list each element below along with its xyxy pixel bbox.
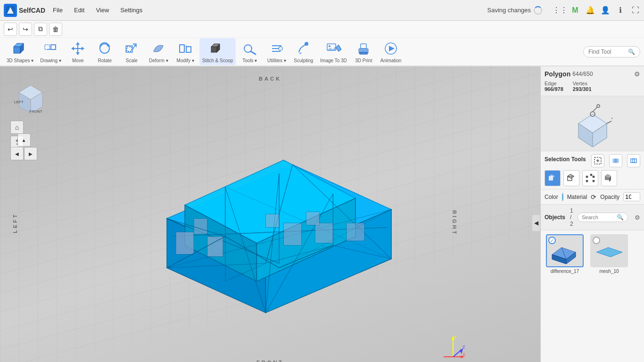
object-check-mesh-10[interactable] xyxy=(593,237,600,244)
opacity-label: Opacity xyxy=(600,194,619,200)
drawing-icon xyxy=(42,40,59,57)
toolbar: 3D Shapes ▾ Drawing ▾ Move Rotate xyxy=(0,38,644,66)
svg-rect-65 xyxy=(347,223,364,241)
object-name-difference-17: difference_17 xyxy=(551,269,579,274)
svg-rect-23 xyxy=(211,47,217,52)
polygon-mode-btn[interactable] xyxy=(545,170,561,186)
tool-utilities[interactable]: Utilities ▾ xyxy=(264,38,289,65)
tool-image-to-3d[interactable]: Image To 3D xyxy=(317,38,350,65)
left-label: LEFT xyxy=(12,213,18,233)
tools-label: Tools ▾ xyxy=(242,58,257,63)
tool-drawing[interactable]: Drawing ▾ xyxy=(37,38,64,65)
tool-modify[interactable]: Modify ▾ xyxy=(173,38,198,65)
vertex-stat: Vertex 293/301 xyxy=(573,81,592,92)
m-icon[interactable]: M xyxy=(570,6,580,15)
color-swatch[interactable] xyxy=(562,193,563,201)
svg-rect-6 xyxy=(51,45,56,49)
objects-search-input[interactable] xyxy=(582,214,615,220)
object-name-mesh-10: mesh_10 xyxy=(599,269,619,274)
color-label: Color xyxy=(545,194,558,200)
svg-text:Z: Z xyxy=(462,345,465,349)
3d-cube-viewer[interactable] xyxy=(541,96,644,151)
deform-label: Deform ▾ xyxy=(149,58,168,63)
svg-text:Y: Y xyxy=(454,335,457,340)
find-tool-input[interactable] xyxy=(588,49,626,55)
panel-collapse-button[interactable]: ◀ xyxy=(532,214,540,231)
viewport[interactable]: LEFT RIGHT BACK FRONT xyxy=(0,66,540,362)
edge-label: Edge xyxy=(545,81,563,86)
svg-point-115 xyxy=(586,180,588,182)
nav-cube-container[interactable]: LEFT FRONT xyxy=(9,76,52,120)
right-label: RIGHT xyxy=(452,210,457,236)
menu-settings[interactable]: Settings xyxy=(116,5,146,16)
object-check-difference-17[interactable]: ✓ xyxy=(548,237,556,244)
object-thumb-difference-17[interactable]: ✓ xyxy=(546,234,584,267)
svg-marker-36 xyxy=(336,45,341,51)
share-icon[interactable]: ⋮⋮ xyxy=(555,6,565,15)
pan-left[interactable]: ◀ xyxy=(10,147,24,160)
svg-rect-38 xyxy=(361,44,366,49)
tool-move[interactable]: Move xyxy=(65,38,91,65)
fullscreen-icon[interactable]: ⛶ xyxy=(631,6,640,15)
sel-tool-1[interactable] xyxy=(591,154,604,167)
tool-stitch-scoop[interactable]: Stitch & Scoop xyxy=(199,38,236,65)
svg-text:FRONT: FRONT xyxy=(29,109,42,114)
full-mode-btn[interactable] xyxy=(601,170,617,186)
user-icon[interactable]: 👤 xyxy=(601,6,610,15)
svg-point-114 xyxy=(593,180,595,182)
objects-search[interactable]: 🔍 xyxy=(578,213,628,222)
menu-view[interactable]: View xyxy=(92,5,113,16)
svg-rect-2 xyxy=(14,47,20,53)
tool-sculpting[interactable]: Sculpting xyxy=(290,38,316,65)
front-label: FRONT xyxy=(256,360,284,362)
modify-icon xyxy=(177,40,194,57)
object-item-difference-17[interactable]: ✓ difference_17 xyxy=(545,234,585,274)
info-icon[interactable]: ℹ xyxy=(616,6,625,15)
home-button[interactable]: ⌂ xyxy=(10,121,24,134)
edge-value: 966/978 xyxy=(545,86,563,92)
svg-marker-41 xyxy=(389,46,395,51)
menu-edit[interactable]: Edit xyxy=(70,5,88,16)
axis-indicator: Y X Z xyxy=(439,333,467,362)
object-thumb-mesh-10[interactable] xyxy=(590,234,628,267)
sel-tool-2[interactable] xyxy=(609,154,622,167)
redo-button[interactable]: ↪ xyxy=(19,23,32,36)
svg-marker-8 xyxy=(76,42,80,45)
object-item-mesh-10[interactable]: mesh_10 xyxy=(589,234,629,274)
undo-button[interactable]: ↩ xyxy=(4,23,17,36)
tool-tools[interactable]: Tools ▾ xyxy=(237,38,263,65)
topbar: SelfCAD File Edit View Settings Saving c… xyxy=(0,0,644,21)
selection-mode-row xyxy=(545,170,640,186)
menu-file[interactable]: File xyxy=(49,5,66,16)
bell-icon[interactable]: 🔔 xyxy=(586,6,595,15)
opacity-input[interactable] xyxy=(623,192,640,201)
material-icon[interactable]: ⟳ xyxy=(591,193,596,201)
objects-count: 1 / 2 xyxy=(570,207,574,227)
sel-tool-3[interactable] xyxy=(627,154,640,167)
tool-scale[interactable]: Scale xyxy=(119,38,145,65)
tool-deform[interactable]: Deform ▾ xyxy=(146,38,172,65)
objects-settings-icon[interactable]: ⚙ xyxy=(635,214,640,221)
tool-3d-shapes[interactable]: 3D Shapes ▾ xyxy=(4,38,36,65)
settings-gear-icon[interactable]: ⚙ xyxy=(634,70,640,78)
objects-search-icon: 🔍 xyxy=(617,214,624,221)
tool-animation[interactable]: Animation xyxy=(378,38,404,65)
svg-rect-16 xyxy=(127,47,132,51)
main-area: LEFT RIGHT BACK FRONT xyxy=(0,66,644,362)
animation-icon xyxy=(382,40,399,57)
deform-icon xyxy=(150,40,167,57)
vertex-mode-btn[interactable] xyxy=(582,170,598,186)
pan-right[interactable]: ▶ xyxy=(24,147,37,160)
edge-mode-btn[interactable] xyxy=(563,170,579,186)
tool-3d-print[interactable]: 3D Print xyxy=(351,38,377,65)
pan-up[interactable]: ▲ xyxy=(17,133,31,147)
tool-rotate[interactable]: Rotate xyxy=(92,38,118,65)
find-tool[interactable]: 🔍 xyxy=(583,46,640,58)
svg-point-32 xyxy=(305,42,308,46)
delete-button[interactable]: 🗑 xyxy=(49,23,62,36)
scale-label: Scale xyxy=(126,58,138,63)
svg-point-31 xyxy=(279,47,282,50)
copy-button[interactable]: ⧉ xyxy=(34,23,47,36)
svg-point-111 xyxy=(586,176,588,178)
vertex-label: Vertex xyxy=(573,81,592,86)
